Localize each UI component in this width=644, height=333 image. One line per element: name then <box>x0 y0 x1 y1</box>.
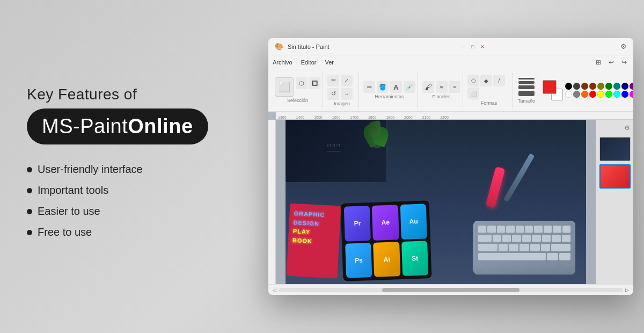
color-row-1 <box>565 83 633 90</box>
size-medium[interactable] <box>518 81 535 84</box>
bullet-2 <box>27 188 32 193</box>
shape-line[interactable]: / <box>493 75 505 86</box>
thumbnail-2[interactable] <box>599 164 631 189</box>
key <box>499 244 508 251</box>
close-button[interactable]: ✕ <box>479 43 486 50</box>
status-text-right: ▷ <box>625 287 629 293</box>
draw-buttons: ✏ 🪣 A 💉 <box>363 81 415 93</box>
brushes-label: Pinceles <box>432 94 450 99</box>
eyedropper-btn[interactable]: 💉 <box>404 81 415 93</box>
menu-ver[interactable]: Ver <box>325 59 334 66</box>
resize-btn[interactable]: ⤢ <box>341 75 353 86</box>
swatch-black[interactable] <box>565 83 572 90</box>
scrollbar-thumb[interactable] <box>382 288 520 292</box>
key <box>534 226 542 233</box>
brush-type1[interactable]: ≋ <box>436 81 448 93</box>
key <box>562 235 570 242</box>
menu-icon-undo[interactable]: ↩ <box>606 57 616 67</box>
desk-scene: ⬚ ⬚ ⬚ ───── <box>286 120 586 284</box>
swatch-red[interactable] <box>589 91 596 98</box>
horizontal-scrollbar[interactable] <box>279 288 623 292</box>
bullet-3 <box>27 209 32 214</box>
menu-icon-grid[interactable]: ⊞ <box>594 57 603 67</box>
swatch-navy[interactable] <box>621 83 628 90</box>
adobe-apps-grid: Pr Ae Au Ps Ai St <box>344 204 429 278</box>
menu-icon-redo[interactable]: ↪ <box>619 57 629 67</box>
key <box>547 253 558 260</box>
app-name-bold: Online <box>128 115 193 137</box>
settings-icon[interactable]: ⚙ <box>620 42 627 50</box>
thumb-settings-icon[interactable]: ⚙ <box>624 124 630 132</box>
swatch-white[interactable] <box>565 91 572 98</box>
size-tool-group: Tamaño <box>517 77 536 104</box>
notebook-content: GRAPHIC DESIGN PLAY BOOK <box>288 204 341 252</box>
swatch-green[interactable] <box>605 83 612 90</box>
maximize-button[interactable]: □ <box>469 43 477 50</box>
size-thin[interactable] <box>518 78 535 79</box>
swatch-cyan[interactable] <box>613 91 620 98</box>
menu-editor[interactable]: Editor <box>301 59 317 66</box>
paint-window: 🎨 Sin título - Paint ─ □ ✕ ⚙ Archivo Edi… <box>268 38 633 295</box>
primary-color[interactable] <box>543 80 557 94</box>
color-selector[interactable] <box>543 80 563 100</box>
minimize-button[interactable]: ─ <box>459 43 467 50</box>
pink-marker <box>486 166 506 208</box>
canvas-body: ⬚ ⬚ ⬚ ───── <box>268 120 633 284</box>
window-controls[interactable]: ─ □ ✕ <box>459 43 486 50</box>
shape-buttons: ⬠ ◆ / ⬜ <box>467 75 510 99</box>
flip-btn[interactable]: ↔ <box>341 88 353 100</box>
toolbar: ⬜ ⬡ 🔲 Selección ✂ ⤢ ↺ ↔ <box>268 69 633 112</box>
shape-pentagon[interactable]: ⬠ <box>467 75 479 86</box>
paint-app-icon: 🎨 <box>275 42 283 50</box>
swatch-brown[interactable] <box>581 83 588 90</box>
brush-main-btn[interactable]: 🖌 <box>422 81 434 93</box>
thumbnail-1[interactable] <box>599 137 631 161</box>
menu-archivo[interactable]: Archivo <box>273 59 292 66</box>
select-all-btn[interactable]: 🔲 <box>309 77 320 89</box>
thumb-settings-row: ⚙ <box>599 124 630 134</box>
swatch-teal[interactable] <box>613 83 620 90</box>
size-thick[interactable] <box>518 85 535 89</box>
rotate-btn[interactable]: ↺ <box>327 88 339 100</box>
selection-rect-btn[interactable]: ⬜ <box>275 77 294 97</box>
key-enter <box>551 244 570 251</box>
window-title: Sin título - Paint <box>288 44 330 50</box>
key <box>525 226 533 233</box>
select-free-btn[interactable]: ⬡ <box>296 77 308 89</box>
brush-type2[interactable]: ≡ <box>449 81 460 93</box>
feature-item-1: User-friendly interface <box>27 163 252 176</box>
drawing-area[interactable]: ⬚ ⬚ ⬚ ───── <box>276 120 596 284</box>
shape-diamond[interactable]: ◆ <box>480 75 492 86</box>
paint-window-wrapper: 🎨 Sin título - Paint ─ □ ✕ ⚙ Archivo Edi… <box>268 38 633 295</box>
key <box>487 226 495 233</box>
pencil-btn[interactable]: ✏ <box>363 81 375 93</box>
swatch-olive[interactable] <box>597 83 604 90</box>
selection-section: ⬜ ⬡ 🔲 Selección <box>273 71 323 109</box>
shape-eraser[interactable]: ⬜ <box>467 88 479 99</box>
swatch-darkgray[interactable] <box>573 83 580 90</box>
key <box>542 235 551 242</box>
fill-btn[interactable]: 🪣 <box>377 81 389 93</box>
tools-section: ✏ 🪣 A 💉 Herramientas <box>361 71 418 109</box>
swatch-blue[interactable] <box>621 91 628 98</box>
adobe-ps: Ps <box>345 242 372 278</box>
swatch-yellow[interactable] <box>597 91 604 98</box>
status-bar: ◁ ▷ <box>268 284 633 295</box>
swatch-purple[interactable] <box>630 83 633 90</box>
swatch-darkbrown[interactable] <box>589 83 596 90</box>
swatch-gray2[interactable] <box>573 91 580 98</box>
colors-group: ⎘ Copias <box>543 78 633 102</box>
crop-btn[interactable]: ✂ <box>327 75 339 86</box>
swatch-orange[interactable] <box>581 91 588 98</box>
size-thickest[interactable] <box>518 91 535 96</box>
swatch-lime[interactable] <box>605 91 612 98</box>
key <box>532 235 540 242</box>
image-buttons: ✂ ⤢ ↺ ↔ <box>327 75 356 100</box>
feature-item-2: Important tools <box>27 184 252 197</box>
swatch-magenta[interactable] <box>630 91 633 98</box>
key-row-1 <box>478 226 570 233</box>
tick-1700: 1700 <box>350 115 358 119</box>
text-btn[interactable]: A <box>390 81 402 93</box>
key <box>509 244 518 251</box>
brush-sub-tools: ≋ ≡ <box>436 81 460 93</box>
